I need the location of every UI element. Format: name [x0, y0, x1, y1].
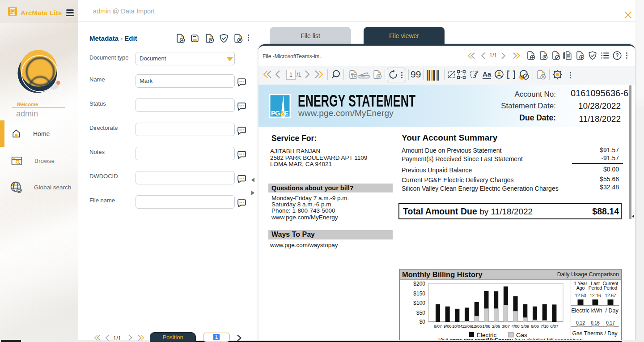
svg-text:0.17: 0.17 [606, 321, 615, 325]
svg-text:Period: Period [604, 285, 618, 291]
svg-text:11/06: 11/06 [462, 324, 472, 329]
svg-text:10/04: 10/04 [452, 324, 462, 329]
svg-text:Daily Usage Comparison: Daily Usage Comparison [557, 271, 619, 278]
svg-text:Gas Therms / Day: Gas Therms / Day [572, 330, 618, 337]
svg-text:4/08: 4/08 [512, 324, 520, 329]
svg-text:$100: $100 [413, 300, 425, 306]
svg-text:Ago: Ago [576, 285, 585, 291]
svg-text:12/06: 12/06 [471, 324, 482, 329]
svg-text:6/06: 6/06 [531, 324, 539, 329]
svg-text:2/06: 2/06 [492, 324, 500, 329]
svg-text:Electric kWh / Day: Electric kWh / Day [571, 308, 619, 314]
svg-text:$0: $0 [419, 319, 426, 325]
svg-text:12.50: 12.50 [575, 293, 586, 298]
svg-text:8/07: 8/07 [550, 324, 558, 329]
svg-text:$200: $200 [413, 281, 425, 287]
svg-text:$50: $50 [416, 310, 425, 316]
svg-text:Monthly Billing History: Monthly Billing History [402, 270, 483, 278]
svg-text:5/09: 5/09 [521, 324, 529, 329]
svg-text:0.16: 0.16 [591, 321, 600, 325]
svg-text:12.67: 12.67 [605, 293, 616, 298]
svg-text:Period: Period [589, 285, 602, 291]
svg-text:9/06: 9/06 [444, 324, 452, 329]
svg-text:0.12: 0.12 [576, 321, 585, 325]
svg-text:8/07: 8/07 [434, 324, 442, 329]
svg-text:1/08: 1/08 [483, 324, 491, 329]
svg-text:12.16: 12.16 [589, 293, 601, 298]
svg-text:PG&E: PG&E [271, 109, 289, 117]
svg-text:7/10: 7/10 [541, 324, 549, 329]
svg-text:3/07: 3/07 [502, 324, 510, 329]
svg-text:$150: $150 [413, 291, 425, 297]
